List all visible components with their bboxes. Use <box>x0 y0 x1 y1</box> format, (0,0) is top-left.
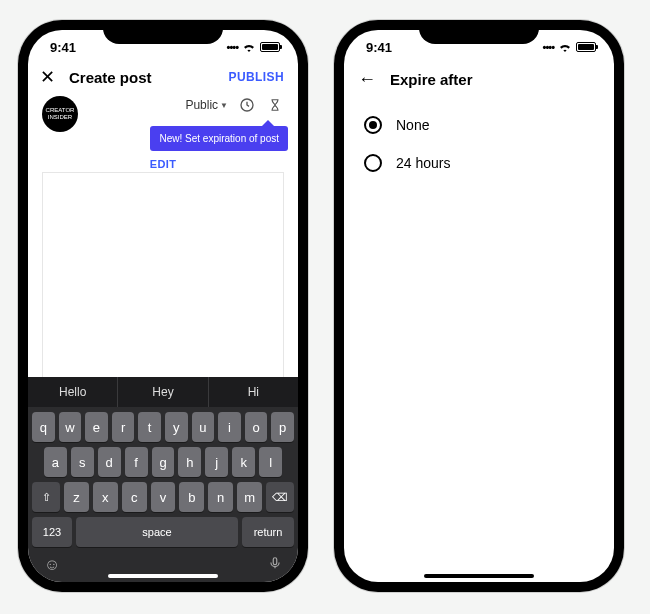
visibility-label: Public <box>185 98 218 112</box>
keyboard: Hello Hey Hi q w e r t y u i o p a s d f <box>28 377 298 582</box>
chevron-down-icon: ▼ <box>220 101 228 110</box>
signal-icon: •••• <box>543 41 554 53</box>
numeric-key[interactable]: 123 <box>32 517 72 547</box>
status-right: •••• <box>227 41 280 53</box>
key[interactable]: o <box>245 412 268 442</box>
status-time: 9:41 <box>366 40 392 55</box>
key[interactable]: q <box>32 412 55 442</box>
key[interactable]: n <box>208 482 233 512</box>
expire-options: None 24 hours <box>344 96 614 192</box>
schedule-icon[interactable] <box>238 96 256 114</box>
screen-right: 9:41 •••• ← Expire after None 24 hours <box>344 30 614 582</box>
key[interactable]: h <box>178 447 201 477</box>
home-indicator[interactable] <box>424 574 534 578</box>
expire-header: ← Expire after <box>344 64 614 96</box>
visibility-selector[interactable]: Public ▼ <box>185 98 228 112</box>
key[interactable]: z <box>64 482 89 512</box>
expiration-tooltip: New! Set expiration of post <box>150 126 288 151</box>
key[interactable]: w <box>59 412 82 442</box>
key[interactable]: i <box>218 412 241 442</box>
key[interactable]: s <box>71 447 94 477</box>
wifi-icon <box>242 42 256 52</box>
phone-left: 9:41 •••• ✕ Create post PUBLISH CREATOR … <box>18 20 308 592</box>
phone-right: 9:41 •••• ← Expire after None 24 hours <box>334 20 624 592</box>
status-right: •••• <box>543 41 596 53</box>
backspace-key[interactable]: ⌫ <box>266 482 294 512</box>
expire-option-none[interactable]: None <box>350 106 608 144</box>
key[interactable]: l <box>259 447 282 477</box>
key[interactable]: m <box>237 482 262 512</box>
suggestion[interactable]: Hey <box>118 377 208 407</box>
key[interactable]: v <box>151 482 176 512</box>
key-row-3: ⇧ z x c v b n m ⌫ <box>28 477 298 512</box>
expire-option-24h[interactable]: 24 hours <box>350 144 608 182</box>
mic-icon[interactable] <box>268 554 282 576</box>
key[interactable]: u <box>192 412 215 442</box>
notch <box>419 20 539 44</box>
return-key[interactable]: return <box>242 517 294 547</box>
notch <box>103 20 223 44</box>
key[interactable]: k <box>232 447 255 477</box>
key[interactable]: p <box>271 412 294 442</box>
status-time: 9:41 <box>50 40 76 55</box>
emoji-icon[interactable]: ☺ <box>44 556 60 574</box>
svg-rect-1 <box>273 558 277 565</box>
wifi-icon <box>558 42 572 52</box>
key[interactable]: b <box>179 482 204 512</box>
space-key[interactable]: space <box>76 517 238 547</box>
post-text-input[interactable] <box>42 172 284 377</box>
key[interactable]: d <box>98 447 121 477</box>
publish-button[interactable]: PUBLISH <box>229 70 284 84</box>
key[interactable]: t <box>138 412 161 442</box>
key[interactable]: y <box>165 412 188 442</box>
edit-button[interactable]: EDIT <box>150 158 177 170</box>
close-icon[interactable]: ✕ <box>40 68 55 86</box>
key[interactable]: x <box>93 482 118 512</box>
radio-selected-icon <box>364 116 382 134</box>
key[interactable]: a <box>44 447 67 477</box>
key[interactable]: e <box>85 412 108 442</box>
suggestion-row: Hello Hey Hi <box>28 377 298 407</box>
create-post-header: ✕ Create post PUBLISH <box>28 64 298 88</box>
screen-left: 9:41 •••• ✕ Create post PUBLISH CREATOR … <box>28 30 298 582</box>
battery-icon <box>576 42 596 52</box>
key[interactable]: j <box>205 447 228 477</box>
expiration-icon[interactable] <box>266 96 284 114</box>
key-row-1: q w e r t y u i o p <box>28 407 298 442</box>
back-icon[interactable]: ← <box>358 70 376 88</box>
home-indicator[interactable] <box>108 574 218 578</box>
key[interactable]: g <box>152 447 175 477</box>
key-row-4: 123 space return <box>28 512 298 552</box>
suggestion[interactable]: Hello <box>28 377 118 407</box>
option-label: 24 hours <box>396 155 450 171</box>
key[interactable]: c <box>122 482 147 512</box>
key-row-2: a s d f g h j k l <box>28 442 298 477</box>
key[interactable]: r <box>112 412 135 442</box>
key[interactable]: f <box>125 447 148 477</box>
shift-key[interactable]: ⇧ <box>32 482 60 512</box>
signal-icon: •••• <box>227 41 238 53</box>
suggestion[interactable]: Hi <box>209 377 298 407</box>
radio-unselected-icon <box>364 154 382 172</box>
page-title: Create post <box>69 69 152 86</box>
option-label: None <box>396 117 429 133</box>
battery-icon <box>260 42 280 52</box>
page-title: Expire after <box>390 71 473 88</box>
avatar[interactable]: CREATOR INSIDER <box>42 96 78 132</box>
